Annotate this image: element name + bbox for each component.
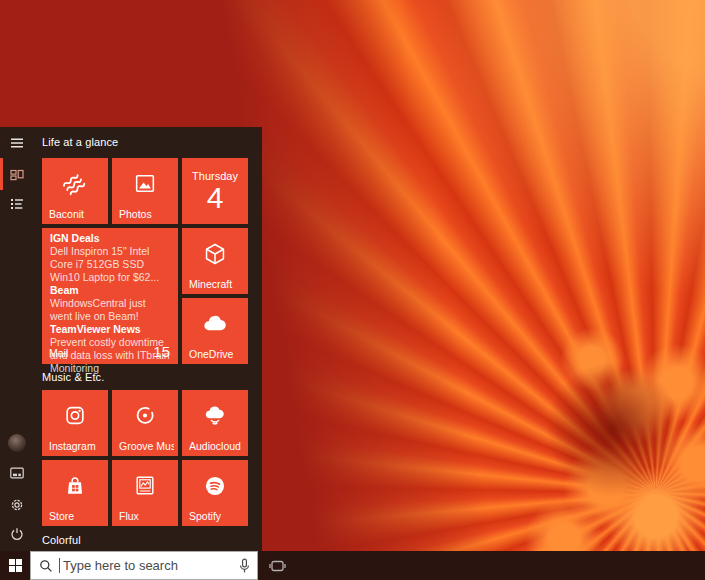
bacon-icon — [62, 171, 88, 197]
tile-label: OneDrive — [189, 348, 244, 360]
hamburger-icon — [9, 135, 25, 151]
tile-label: Flux — [119, 510, 174, 522]
group-title-life-at-a-glance: Life at a glance — [42, 136, 118, 148]
news-title: Beam — [50, 284, 170, 297]
tile-label: Groove Music — [119, 440, 174, 452]
pinned-tiles-button[interactable] — [9, 167, 25, 183]
news-body: WindowsCentral just went live on Beam! — [50, 297, 170, 323]
tile-label: Photos — [119, 208, 174, 220]
taskbar-search-box[interactable] — [30, 551, 258, 580]
tile-audiocloud[interactable]: Audiocloud — [182, 390, 248, 456]
search-icon — [39, 559, 53, 573]
tile-label: Instagram — [49, 440, 104, 452]
microphone-icon[interactable] — [238, 558, 251, 574]
start-menu-panel: Life at a glance Baconit Photos Thursday… — [0, 127, 262, 551]
group-title-music-etc: Music & Etc. — [42, 371, 104, 383]
tile-calendar[interactable]: Thursday 4 — [182, 158, 248, 224]
hamburger-menu-button[interactable] — [9, 135, 25, 151]
tile-instagram[interactable]: Instagram — [42, 390, 108, 456]
start-menu-rail — [0, 127, 34, 551]
tile-label: Store — [49, 510, 104, 522]
tile-store[interactable]: Store — [42, 460, 108, 526]
news-title: TeamViewer News — [50, 323, 170, 336]
power-button[interactable] — [9, 526, 25, 542]
tile-photos[interactable]: Photos — [112, 158, 178, 224]
tile-label: Minecraft — [189, 278, 244, 290]
tile-groove-music[interactable]: Groove Music — [112, 390, 178, 456]
photos-icon — [133, 171, 158, 196]
tile-onedrive[interactable]: OneDrive — [182, 298, 248, 364]
tile-baconit[interactable]: Baconit — [42, 158, 108, 224]
onedrive-cloud-icon — [202, 311, 229, 338]
tile-label: Spotify — [189, 510, 244, 522]
all-apps-button[interactable] — [9, 196, 25, 212]
search-input[interactable] — [61, 557, 238, 574]
instagram-icon — [63, 403, 88, 428]
task-view-icon — [269, 558, 286, 574]
start-button[interactable] — [0, 551, 30, 580]
audiocloud-icon — [202, 403, 228, 429]
all-apps-icon — [9, 196, 25, 212]
settings-button[interactable] — [9, 497, 25, 513]
file-explorer-button[interactable] — [9, 465, 25, 481]
tile-label: Audiocloud — [189, 440, 244, 452]
file-explorer-icon — [9, 465, 25, 481]
task-view-button[interactable] — [262, 551, 293, 580]
tile-label: Mail — [49, 347, 68, 359]
settings-gear-icon — [9, 497, 25, 513]
spotify-icon — [202, 473, 228, 499]
mail-unread-count: 15 — [153, 343, 170, 360]
minecraft-cube-icon — [202, 241, 228, 267]
start-windows-icon — [9, 559, 22, 572]
news-title: IGN Deals — [50, 232, 170, 245]
calendar-day-number: 4 — [182, 182, 248, 214]
power-icon — [9, 526, 25, 542]
news-body: Dell Inspiron 15" Intel Core i7 512GB SS… — [50, 245, 170, 284]
text-caret — [59, 558, 60, 573]
taskbar — [0, 551, 705, 580]
selected-section-accent-bar — [0, 158, 3, 190]
tile-minecraft[interactable]: Minecraft — [182, 228, 248, 294]
tile-spotify[interactable]: Spotify — [182, 460, 248, 526]
user-avatar[interactable] — [8, 434, 26, 452]
tile-label: Baconit — [49, 208, 104, 220]
group-title-colorful: Colorful — [42, 534, 81, 546]
groove-music-icon — [133, 403, 158, 428]
tile-mail[interactable]: IGN Deals Dell Inspiron 15" Intel Core i… — [42, 228, 178, 364]
tile-flux[interactable]: Flux — [112, 460, 178, 526]
store-icon — [63, 473, 88, 498]
flux-chart-icon — [133, 473, 158, 498]
pinned-tiles-icon — [9, 167, 25, 183]
